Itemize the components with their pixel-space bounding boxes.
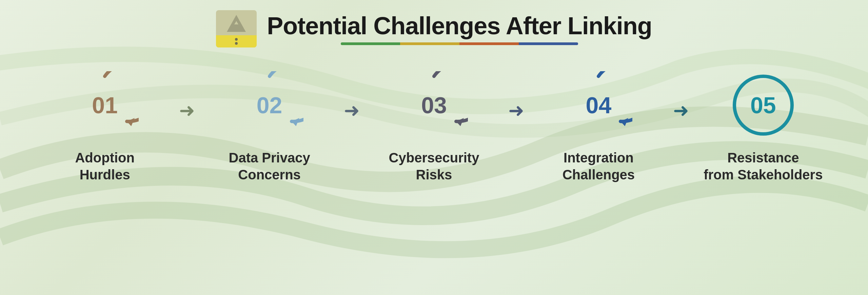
circle-4: 04 <box>565 71 632 139</box>
challenge-item-2: 02 Data PrivacyConcerns <box>192 71 347 183</box>
underline-seg-4 <box>519 42 578 45</box>
title-underline <box>341 42 578 45</box>
logo-dots <box>216 35 257 47</box>
item-number-1: 01 <box>92 92 118 118</box>
title-section: Potential Challenges After Linking <box>267 13 652 45</box>
item-number-3: 03 <box>421 92 447 118</box>
challenge-item-3: 03 CybersecurityRisks <box>356 71 512 183</box>
challenge-item-1: 01 AdoptionHurdles <box>27 71 182 183</box>
circle-5: 05 <box>729 71 797 139</box>
header: Potential Challenges After Linking <box>216 10 652 47</box>
page-title: Potential Challenges After Linking <box>267 13 652 39</box>
item-label-1: AdoptionHurdles <box>75 149 135 183</box>
item-label-3: CybersecurityRisks <box>389 149 479 183</box>
item-label-2: Data PrivacyConcerns <box>229 149 310 183</box>
item-number-4: 04 <box>586 92 612 118</box>
challenge-item-5: 05 Resistancefrom Stakeholders <box>686 71 841 183</box>
underline-seg-1 <box>341 42 400 45</box>
item-number-2: 02 <box>257 92 282 118</box>
logo-triangle-icon <box>227 15 246 32</box>
page-content: Potential Challenges After Linking <box>0 0 868 295</box>
circle-2: 02 <box>236 71 303 139</box>
logo <box>216 10 257 47</box>
underline-seg-2 <box>400 42 459 45</box>
item-number-5: 05 <box>750 92 776 118</box>
circle-1: 01 <box>71 71 139 139</box>
challenge-item-4: 04 IntegrationChallenges <box>521 71 676 183</box>
page-background: Potential Challenges After Linking <box>0 0 868 295</box>
underline-seg-3 <box>459 42 519 45</box>
item-label-5: Resistancefrom Stakeholders <box>704 149 823 183</box>
items-row: 01 AdoptionHurdles ➜ 02 Data PrivacyConc… <box>0 71 868 183</box>
circle-3: 03 <box>400 71 468 139</box>
item-label-4: IntegrationChallenges <box>563 149 635 183</box>
